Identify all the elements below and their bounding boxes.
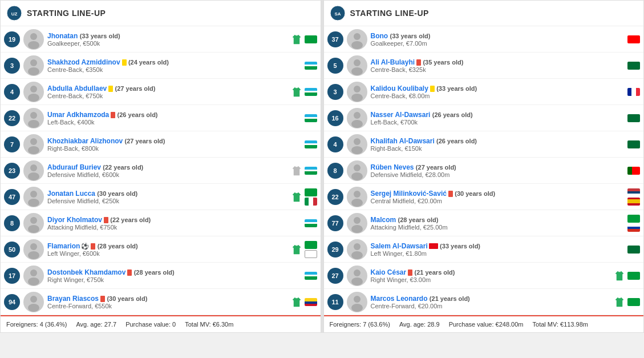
flag-co-icon: [305, 298, 317, 306]
player-name[interactable]: Khozhiakbar Alizhonov (27 years old): [47, 137, 300, 145]
player-position-value: Goalkeeper, €500k: [47, 40, 289, 47]
svg-point-12: [30, 164, 37, 171]
player-name[interactable]: Brayan Riascos (30 years old): [47, 295, 289, 303]
flag-br-icon: [627, 215, 640, 223]
svg-point-38: [354, 191, 361, 198]
team2-logo-icon: SA: [330, 5, 346, 21]
player-position-value: Centre-Back, €8.00m: [371, 92, 623, 99]
player-age: (30 years old): [455, 190, 495, 197]
svg-point-19: [28, 251, 39, 259]
player-name[interactable]: Khalifah Al-Dawsari (26 years old): [371, 137, 623, 145]
table-row: 7 Khozhiakbar Alizhonov (27 years old) R…: [1, 131, 321, 158]
player-number-badge: 3: [327, 84, 343, 100]
svg-point-7: [28, 94, 39, 102]
player-number-badge: 8: [4, 215, 20, 231]
player-photo: [23, 55, 44, 76]
player-name[interactable]: Malcom (28 years old): [371, 216, 623, 224]
team2-footer: Foreigners: 7 (63.6%) Avg. age: 28.9 Pur…: [324, 315, 644, 332]
team2-players-list: 37 Bono (33 years old) Goalkeeper, €7.00…: [324, 26, 644, 315]
player-age: (26 years old): [432, 111, 473, 118]
svg-point-16: [30, 217, 37, 224]
red-card-icon: [91, 243, 95, 250]
player-number-badge: 3: [4, 58, 20, 74]
player-position-value: Right Winger, €750k: [47, 276, 300, 283]
player-name[interactable]: Marcos Leonardo (21 years old): [371, 295, 612, 303]
flag-es-icon: [627, 198, 640, 206]
player-info: Kaio César (21 years old) Right Winger, …: [371, 268, 612, 283]
substitution-shirt-icon: [291, 34, 302, 45]
table-row: 4 Khalifah Al-Dawsari (26 years old) Rig…: [324, 131, 644, 158]
player-age: (22 years old): [110, 216, 151, 223]
player-flags: [305, 298, 317, 306]
table-row: 16 Nasser Al-Dawsari (26 years old) Left…: [324, 105, 644, 131]
team1-purchase: Purchase value: 0: [125, 321, 176, 328]
player-photo: [347, 108, 367, 128]
player-info: Khozhiakbar Alizhonov (27 years old) Rig…: [47, 137, 300, 152]
table-row: 8 Diyor Kholmatov (22 years old) Attacki…: [1, 210, 321, 236]
svg-point-47: [351, 304, 363, 312]
player-name[interactable]: Shakhzod Azmiddinov (24 years old): [47, 58, 300, 66]
player-number-badge: 5: [327, 58, 343, 74]
player-name[interactable]: Jhonatan (33 years old): [47, 32, 289, 40]
player-photo: [23, 29, 44, 50]
player-action-icons: [291, 87, 302, 97]
player-number-badge: 23: [4, 163, 20, 179]
svg-point-18: [30, 243, 37, 250]
flag-ge-icon: [305, 250, 317, 258]
player-flags: [305, 188, 317, 206]
team1-avg-age: Avg. age: 27.7: [76, 321, 116, 328]
player-flags: [305, 114, 317, 122]
player-flags: [305, 167, 317, 175]
player-name[interactable]: Ali Al-Bulayhi (35 years old): [371, 58, 623, 66]
flag-rs-icon: [627, 188, 640, 196]
team2-title: STARTING LINE-UP: [350, 9, 429, 18]
player-info: Flamarion⚽ (28 years old) Left Winger, €…: [47, 242, 289, 257]
player-number-badge: 27: [327, 268, 343, 284]
player-flags: [627, 35, 640, 43]
table-row: 8 Rúben Neves (27 years old) Defensive M…: [324, 158, 644, 184]
table-row: 22 Umar Adkhamzoda (26 years old) Left-B…: [1, 105, 321, 131]
player-age: (21 years old): [430, 295, 470, 302]
flag-it-icon: [305, 198, 317, 206]
player-name[interactable]: Salem Al-Dawsari (33 years old): [371, 242, 623, 250]
player-number-badge: 17: [4, 268, 20, 284]
substitution-shirt-icon: [614, 297, 625, 307]
player-age: (27 years old): [416, 164, 456, 171]
svg-point-39: [351, 199, 363, 207]
player-name[interactable]: Nasser Al-Dawsari (26 years old): [371, 111, 623, 119]
player-info: Kalidou Koulibaly (33 years old) Centre-…: [371, 85, 623, 99]
player-name[interactable]: Kalidou Koulibaly (33 years old): [371, 85, 623, 92]
svg-point-44: [354, 269, 361, 276]
player-name[interactable]: Sergej Milinković-Savić (30 years old): [371, 190, 623, 198]
player-name[interactable]: Abdulla Abdullaev (27 years old): [47, 85, 289, 92]
player-number-badge: 19: [4, 31, 20, 47]
svg-point-14: [30, 191, 37, 198]
player-name[interactable]: Kaio César (21 years old): [371, 268, 612, 276]
svg-point-15: [28, 199, 39, 207]
player-name[interactable]: Jonatan Lucca (30 years old): [47, 190, 289, 198]
player-number-badge: 4: [4, 84, 20, 100]
player-age: (30 years old): [107, 295, 147, 302]
player-name[interactable]: Bono (33 years old): [371, 32, 623, 40]
player-name[interactable]: Umar Adkhamzoda (26 years old): [47, 111, 300, 119]
player-photo: [347, 213, 367, 234]
svg-point-6: [30, 86, 37, 92]
player-flags: [627, 114, 640, 122]
player-photo: [347, 187, 367, 207]
player-name[interactable]: Abdurauf Buriev (22 years old): [47, 163, 289, 171]
player-info: Salem Al-Dawsari (33 years old) Left Win…: [371, 242, 623, 257]
player-name[interactable]: Dostonbek Khamdamov (28 years old): [47, 268, 300, 276]
svg-point-43: [351, 251, 363, 259]
player-flags: [627, 62, 640, 70]
flag-pt-icon: [627, 167, 640, 175]
player-position-value: Centre-Back, €750k: [47, 92, 289, 99]
player-number-badge: 8: [327, 163, 343, 179]
player-name[interactable]: Rúben Neves (27 years old): [371, 163, 623, 171]
yellow-card-icon: [108, 86, 113, 92]
player-info: Nasser Al-Dawsari (26 years old) Left-Ba…: [371, 111, 623, 126]
player-name[interactable]: Diyor Kholmatov (22 years old): [47, 216, 300, 224]
svg-point-28: [354, 59, 361, 66]
team2-header: SA STARTING LINE-UP: [324, 1, 644, 26]
player-position-value: Defensive Midfield, €250k: [47, 198, 289, 204]
player-name[interactable]: Flamarion⚽ (28 years old): [47, 242, 289, 250]
